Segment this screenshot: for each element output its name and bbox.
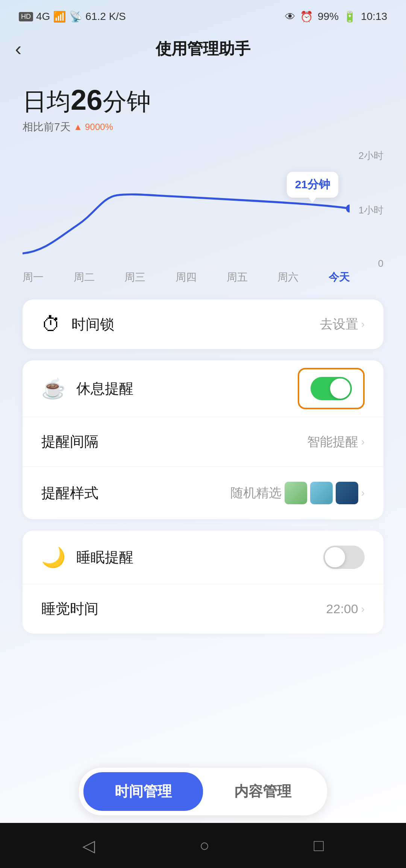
reminder-interval-row[interactable]: 提醒间隔 智能提醒 › <box>23 417 383 466</box>
bedtime-value: 22:00 › <box>326 602 365 616</box>
speed-text: 61.2 K/S <box>85 11 126 23</box>
sleep-icon: 🌙 <box>41 547 66 567</box>
trend-icon: ▲ 9000% <box>74 122 113 132</box>
reminder-interval-value: 智能提醒 › <box>307 433 365 451</box>
back-button[interactable]: ‹ <box>15 38 21 60</box>
thumb-2 <box>310 482 333 504</box>
x-label-fri: 周五 <box>227 270 248 284</box>
x-label-sat: 周六 <box>277 270 298 284</box>
time-display: 10:13 <box>361 11 387 23</box>
time-lock-action[interactable]: 去设置 › <box>320 316 365 333</box>
nav-home-icon[interactable]: ○ <box>199 836 209 855</box>
daily-avg-title: 日均26分钟 <box>23 83 383 117</box>
tab-content-management[interactable]: 内容管理 <box>203 772 323 811</box>
reminder-style-value: 随机精选 › <box>230 482 365 504</box>
chevron-icon: › <box>361 487 365 499</box>
break-reminder-label: 休息提醒 <box>76 379 298 398</box>
status-left: HD 4G 📶 📡 61.2 K/S <box>19 11 126 23</box>
svg-point-3 <box>346 204 350 212</box>
chevron-icon: › <box>361 318 365 330</box>
x-label-today: 今天 <box>329 270 350 284</box>
main-content: 日均26分钟 相比前7天 ▲ 9000% 2小时 1小时 0 21分钟 <box>0 68 406 660</box>
tab-time-management[interactable]: 时间管理 <box>83 772 203 811</box>
reminder-style-label: 提醒样式 <box>41 484 230 503</box>
nav-back-icon[interactable]: ◁ <box>82 836 95 855</box>
time-lock-row: ⏱ 时间锁 去设置 › <box>23 299 383 349</box>
break-reminder-toggle[interactable] <box>311 377 352 400</box>
reminder-style-row[interactable]: 提醒样式 随机精选 › <box>23 466 383 519</box>
sleep-reminder-card: 🌙 睡眠提醒 睡觉时间 22:00 › <box>23 531 383 634</box>
chevron-icon: › <box>361 603 365 615</box>
page-title: 使用管理助手 <box>15 38 391 59</box>
bottom-tab-bar: 时间管理 内容管理 <box>79 768 327 815</box>
status-right: 👁 ⏰ 99% 🔋 10:13 <box>285 11 387 23</box>
battery-icon: 🔋 <box>343 11 356 23</box>
daily-average-section: 日均26分钟 相比前7天 ▲ 9000% <box>23 83 383 134</box>
break-reminder-row: ☕ 休息提醒 <box>23 360 383 417</box>
header: ‹ 使用管理助手 <box>0 30 406 68</box>
sleep-reminder-label: 睡眠提醒 <box>76 548 323 567</box>
chart-svg-area <box>23 149 350 269</box>
chart-x-labels: 周一 周二 周三 周四 周五 周六 今天 <box>23 270 350 284</box>
time-lock-card: ⏱ 时间锁 去设置 › <box>23 299 383 349</box>
style-thumbnails <box>285 482 358 504</box>
thumb-3 <box>336 482 358 504</box>
x-label-wed: 周三 <box>124 270 145 284</box>
bedtime-row[interactable]: 睡觉时间 22:00 › <box>23 584 383 634</box>
toggle-knob <box>325 547 345 567</box>
y-label-1h: 1小时 <box>359 204 383 217</box>
chart-y-labels: 2小时 1小时 0 <box>353 149 383 269</box>
cards-section: ⏱ 时间锁 去设置 › ☕ 休息提醒 <box>23 299 383 634</box>
chevron-icon: › <box>361 436 365 448</box>
break-reminder-icon: ☕ <box>41 379 66 398</box>
daily-avg-subtitle: 相比前7天 ▲ 9000% <box>23 120 383 134</box>
toggle-knob <box>330 378 350 399</box>
reminder-interval-label: 提醒间隔 <box>41 432 307 451</box>
break-reminder-toggle-wrapper <box>298 368 365 409</box>
battery-text: 99% <box>318 11 339 23</box>
chart-tooltip: 21分钟 <box>287 172 338 198</box>
break-reminder-card: ☕ 休息提醒 提醒间隔 智能提醒 › 提醒样式 <box>23 360 383 519</box>
thumb-1 <box>285 482 307 504</box>
hd-badge: HD <box>19 12 33 21</box>
signal-4g: 4G <box>36 11 50 23</box>
sleep-reminder-row: 🌙 睡眠提醒 <box>23 531 383 584</box>
y-label-2h: 2小时 <box>359 149 383 162</box>
bedtime-label: 睡觉时间 <box>41 599 326 618</box>
signal-bars: 📶 <box>53 11 66 23</box>
compare-text: 相比前7天 <box>23 120 71 134</box>
nav-bar: ◁ ○ □ <box>0 823 406 868</box>
time-lock-icon: ⏱ <box>41 315 61 334</box>
alarm-icon: ⏰ <box>300 11 313 23</box>
y-label-0: 0 <box>378 258 383 269</box>
nav-recents-icon[interactable]: □ <box>314 836 324 855</box>
usage-chart: 2小时 1小时 0 21分钟 周一 周二 周三 周四 周五 周六 今天 <box>23 149 383 284</box>
status-bar: HD 4G 📶 📡 61.2 K/S 👁 ⏰ 99% 🔋 10:13 <box>0 0 406 30</box>
time-lock-label: 时间锁 <box>71 315 320 334</box>
wifi-icon: 📡 <box>69 11 82 23</box>
eye-icon: 👁 <box>285 11 295 23</box>
sleep-reminder-toggle[interactable] <box>323 546 365 569</box>
x-label-tue: 周二 <box>74 270 95 284</box>
x-label-mon: 周一 <box>23 270 44 284</box>
x-label-thu: 周四 <box>176 270 197 284</box>
